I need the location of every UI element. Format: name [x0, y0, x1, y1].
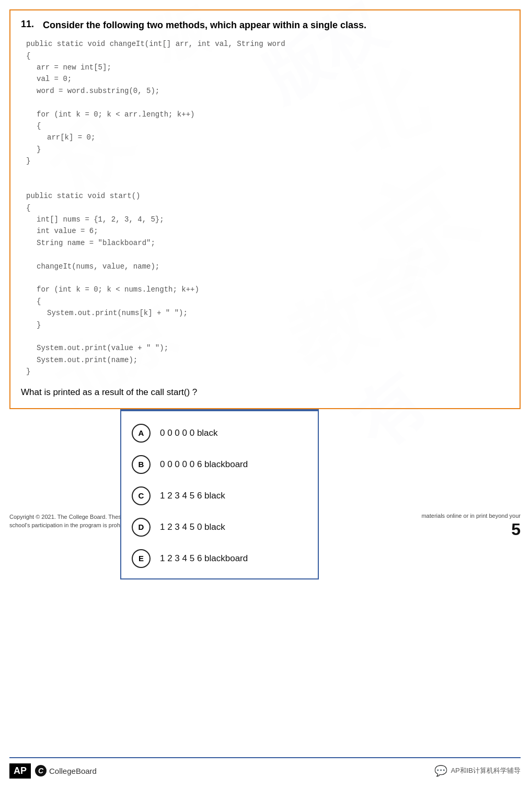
copyright-text: Copyright © 2021. The College Board. The… [9, 513, 134, 530]
code-line-m1-10: } [26, 155, 509, 167]
code-block: public static void changeIt(int[] arr, i… [26, 38, 509, 377]
choice-e[interactable]: E 1 2 3 4 5 6 blackboard [132, 542, 307, 573]
wechat-icon: 💬 [434, 764, 447, 777]
choice-c-letter: C [132, 486, 151, 505]
code-line-m2-11: System.out.print(value + " "); [26, 342, 509, 354]
choice-b-letter: B [132, 455, 151, 474]
code-line-m1-3: arr = new int[5]; [26, 62, 509, 73]
question-box: 11. Consider the following two methods, … [9, 9, 521, 409]
code-line-m2-3: int[] nums = {1, 2, 3, 4, 5}; [26, 214, 509, 225]
choice-b[interactable]: B 0 0 0 0 0 6 blackboard [132, 448, 307, 479]
choice-c-text: 1 2 3 4 5 6 black [160, 491, 225, 501]
code-line-m2-12: System.out.print(name); [26, 354, 509, 366]
code-line-m2-10: } [26, 319, 509, 331]
footer-bar: AP C CollegeBoard 💬 AP和IB计算机科学辅导 [0, 758, 530, 784]
ap-badge: AP [9, 763, 31, 779]
code-spacer-5 [26, 272, 509, 284]
choice-d[interactable]: D 1 2 3 4 5 0 black [132, 511, 307, 542]
code-line-m1-5: word = word.substring(0, 5); [26, 85, 509, 97]
choice-a[interactable]: A 0 0 0 0 0 black [132, 416, 307, 448]
question-text: Consider the following two methods, whic… [43, 19, 366, 32]
code-spacer-2 [26, 167, 509, 178]
choice-d-text: 1 2 3 4 5 0 black [160, 522, 225, 532]
code-line-m1-2: { [26, 50, 509, 62]
cb-circle-icon: C [35, 765, 47, 776]
code-line-m1-4: val = 0; [26, 73, 509, 85]
code-line-m1-9: } [26, 144, 509, 155]
question-prompt: What is printed as a result of the call … [21, 387, 509, 398]
copyright-line2: school's participation in the program is… [9, 522, 131, 528]
code-line-m1-6: for (int k = 0; k < arr.length; k++) [26, 109, 509, 120]
choice-c[interactable]: C 1 2 3 4 5 6 black [132, 479, 307, 511]
copyright-line1: Copyright © 2021. The College Board. The… [9, 514, 134, 520]
code-spacer-4 [26, 249, 509, 260]
code-line-m2-6: changeIt(nums, value, name); [26, 261, 509, 272]
choice-e-letter: E [132, 549, 151, 568]
code-line-m2-1: public static void start() [26, 190, 509, 202]
copyright-right: materials online or in print beyond your… [421, 513, 521, 539]
choice-d-letter: D [132, 518, 151, 537]
cb-label: CollegeBoard [49, 767, 97, 775]
choice-b-text: 0 0 0 0 0 6 blackboard [160, 459, 248, 470]
page-number: 5 [511, 520, 521, 539]
code-spacer-6 [26, 331, 509, 342]
choice-e-text: 1 2 3 4 5 6 blackboard [160, 553, 248, 564]
code-line-m2-8: { [26, 296, 509, 307]
code-line-m1-7: { [26, 120, 509, 132]
question-header: 11. Consider the following two methods, … [21, 19, 509, 32]
collegeboard-logo: C CollegeBoard [35, 765, 97, 776]
code-line-m2-4: int value = 6; [26, 225, 509, 237]
code-line-m2-5: String name = "blackboard"; [26, 237, 509, 249]
answer-panel: A 0 0 0 0 0 black B 0 0 0 0 0 6 blackboa… [120, 409, 319, 579]
code-spacer-1 [26, 97, 509, 108]
code-line-m2-2: { [26, 202, 509, 214]
wechat-label: AP和IB计算机科学辅导 [451, 766, 521, 775]
choice-a-letter: A [132, 424, 151, 443]
choice-a-text: 0 0 0 0 0 black [160, 428, 218, 438]
code-spacer-3 [26, 179, 509, 190]
question-number: 11. [21, 19, 37, 30]
code-line-m1-8: arr[k] = 0; [26, 132, 509, 143]
wechat-tag: 💬 AP和IB计算机科学辅导 [434, 764, 521, 777]
ap-logo-area: AP C CollegeBoard [9, 763, 97, 779]
code-line-m1-1: public static void changeIt(int[] arr, i… [26, 38, 509, 50]
copyright-suffix: materials online or in print beyond your [421, 513, 521, 519]
code-line-m2-7: for (int k = 0; k < nums.length; k++) [26, 284, 509, 295]
code-line-m2-13: } [26, 366, 509, 377]
code-line-m2-9: System.out.print(nums[k] + " "); [26, 307, 509, 319]
